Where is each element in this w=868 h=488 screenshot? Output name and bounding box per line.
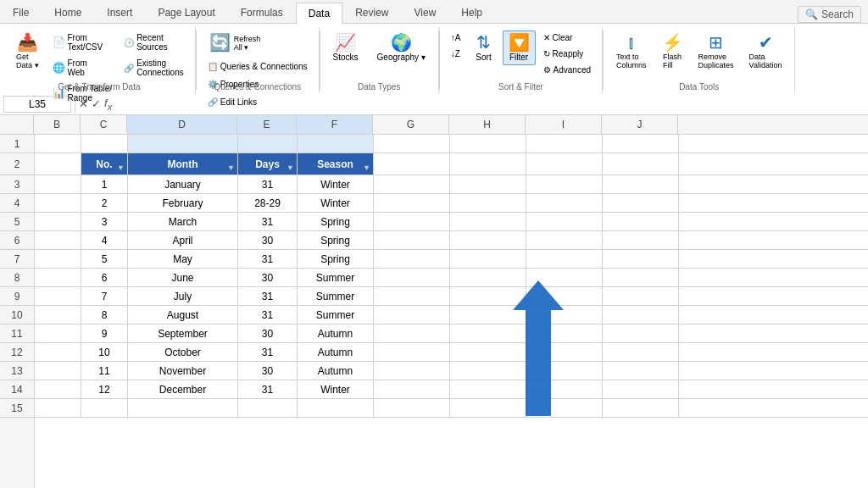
cell-f5[interactable]: Spring [298,213,374,230]
cell-c10[interactable]: 8 [81,306,128,324]
cell-g5[interactable] [374,213,450,230]
tab-home[interactable]: Home [42,2,94,23]
cell-e15[interactable] [238,399,298,417]
cell-b10[interactable] [35,306,81,324]
refresh-all-button[interactable]: 🔄 RefreshAll ▾ [203,30,267,56]
row-header-13[interactable]: 13 [0,362,34,380]
cell-j12[interactable] [603,343,679,361]
cell-j10[interactable] [603,306,679,324]
cell-d5[interactable]: March [128,213,238,230]
cell-e9[interactable]: 31 [238,287,298,305]
cell-i11[interactable] [526,324,603,342]
cell-c3[interactable]: 1 [81,175,128,193]
cell-d2-header[interactable]: Month ▼ [128,153,238,175]
cell-h13[interactable] [450,362,526,380]
cell-e2-header[interactable]: Days ▼ [238,153,298,175]
tab-data[interactable]: Data [296,3,342,24]
cell-h3[interactable] [450,175,526,193]
cell-f2-header[interactable]: Season ▼ [298,153,374,175]
cell-j4[interactable] [603,194,679,212]
cell-b3[interactable] [35,175,81,193]
cell-j8[interactable] [603,269,679,286]
cell-f14[interactable]: Winter [298,380,374,398]
cell-f8[interactable]: Summer [298,269,374,286]
row-header-8[interactable]: 8 [0,269,34,287]
row-header-1[interactable]: 1 [0,135,34,153]
reapply-button[interactable]: ↻ Reapply [539,47,595,61]
cell-i10[interactable] [526,306,603,324]
col-header-g[interactable]: G [373,115,449,134]
cell-f9[interactable]: Summer [298,287,374,305]
cell-b11[interactable] [35,324,81,342]
cell-h11[interactable] [450,324,526,342]
cell-i6[interactable] [526,231,603,249]
cell-b4[interactable] [35,194,81,212]
cell-f15[interactable] [298,399,374,417]
cell-d3[interactable]: January [128,175,238,193]
cell-c8[interactable]: 6 [81,269,128,286]
cell-b14[interactable] [35,380,81,398]
cell-b5[interactable] [35,213,81,230]
col-header-e[interactable]: E [237,115,297,134]
cell-i3[interactable] [526,175,603,193]
cell-d7[interactable]: May [128,250,238,268]
row-header-15[interactable]: 15 [0,399,34,418]
cell-g3[interactable] [374,175,450,193]
recent-sources-button[interactable]: 🕒 RecentSources [120,30,188,54]
cell-d12[interactable]: October [128,343,238,361]
cell-b13[interactable] [35,362,81,380]
row-header-6[interactable]: 6 [0,231,34,250]
cell-e14[interactable]: 31 [238,380,298,398]
cell-c14[interactable]: 12 [81,380,128,398]
cell-e10[interactable]: 31 [238,306,298,324]
data-validation-button[interactable]: ✔ DataValidation [743,30,788,73]
sort-desc-button[interactable]: ↓Z [447,47,465,61]
sort-button[interactable]: ⇅ Sort [469,30,499,65]
cell-d4[interactable]: February [128,194,238,212]
cell-j3[interactable] [603,175,679,193]
stocks-button[interactable]: 📈 Stocks [327,30,364,65]
row-header-3[interactable]: 3 [0,175,34,194]
tab-help[interactable]: Help [448,2,495,23]
row-header-4[interactable]: 4 [0,194,34,213]
cell-e11[interactable]: 30 [238,324,298,342]
cell-d10[interactable]: August [128,306,238,324]
cell-i7[interactable] [526,250,603,268]
cell-h14[interactable] [450,380,526,398]
cell-j1[interactable] [603,135,679,152]
cell-b1[interactable] [35,135,81,152]
from-text-csv-button[interactable]: 📄 FromText/CSV [48,30,108,54]
cell-i1[interactable] [526,135,603,152]
tab-file[interactable]: File [0,2,42,23]
remove-duplicates-button[interactable]: ⊞ RemoveDuplicates [693,30,740,73]
flash-fill-button[interactable]: ⚡ FlashFill [656,30,689,73]
tab-page-layout[interactable]: Page Layout [145,2,227,23]
clear-button[interactable]: ✕ Clear [539,30,595,45]
row-header-12[interactable]: 12 [0,343,34,362]
cell-d13[interactable]: November [128,362,238,380]
cell-i15[interactable] [526,399,603,417]
cell-b6[interactable] [35,231,81,249]
tab-formulas[interactable]: Formulas [228,2,296,23]
cell-j11[interactable] [603,324,679,342]
cell-g13[interactable] [374,362,450,380]
cell-j6[interactable] [603,231,679,249]
cell-e4[interactable]: 28-29 [238,194,298,212]
tab-insert[interactable]: Insert [94,2,145,23]
cell-f1[interactable] [298,135,374,152]
cell-e7[interactable]: 31 [238,250,298,268]
cell-b8[interactable] [35,269,81,286]
cell-c9[interactable]: 7 [81,287,128,305]
cell-d6[interactable]: April [128,231,238,249]
cell-g1[interactable] [374,135,450,152]
cell-f11[interactable]: Autumn [298,324,374,342]
cell-g6[interactable] [374,231,450,249]
cell-b7[interactable] [35,250,81,268]
cell-c11[interactable]: 9 [81,324,128,342]
month-filter-btn[interactable]: ▼ [227,164,235,172]
cell-i2[interactable] [526,153,603,175]
get-data-button[interactable]: 📥 GetData ▾ [10,30,45,73]
cell-c7[interactable]: 5 [81,250,128,268]
cell-b15[interactable] [35,399,81,417]
col-header-j[interactable]: J [602,115,678,134]
